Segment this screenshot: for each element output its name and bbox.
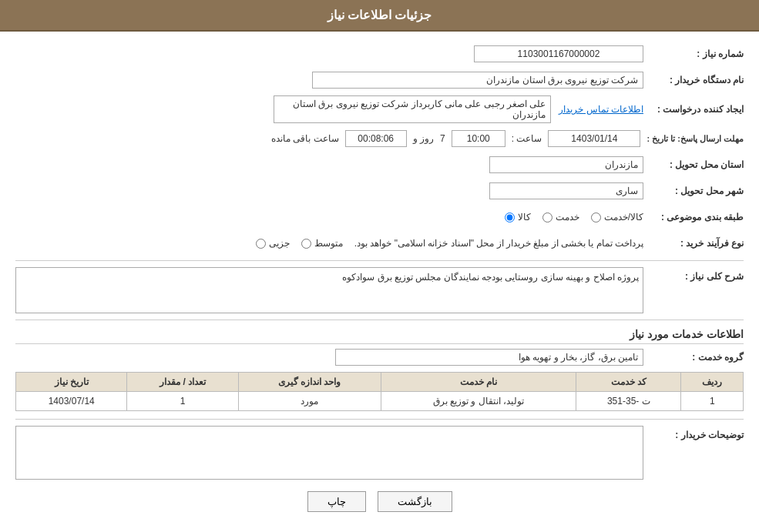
- page-header: جزئیات اطلاعات نیاز: [0, 0, 759, 32]
- sharh-label: شرح کلی نیاز :: [643, 267, 744, 282]
- cell-nam: تولید، انتقال و توزیع برق: [381, 392, 576, 411]
- tabaghe-row: طبقه بندی موضوعی : کالا/خدمت خدمت کالا: [15, 206, 744, 228]
- shomare-niaz-row: شماره نیاز : 1103001167000002: [15, 43, 744, 65]
- col-vahed: واحد اندازه گیری: [238, 373, 381, 392]
- sharh-row: شرح کلی نیاز : پروژه اصلاح و بهینه سازی …: [15, 267, 744, 313]
- col-tedad: تعداد / مقدار: [127, 373, 238, 392]
- khadamat-section-title: اطلاعات خدمات مورد نیاز: [15, 328, 744, 344]
- radio-kala[interactable]: کالا: [505, 212, 531, 223]
- nam-dastgah-value: شرکت توزیع نیروی برق استان مازندران: [312, 72, 643, 89]
- table-row: 1ت -35-351تولید، انتقال و توزیع برقمورد1…: [16, 392, 744, 411]
- saat-value: 10:00: [452, 130, 505, 147]
- ostan-value: مازندران: [489, 156, 643, 173]
- ejad-konande-row: ایجاد کننده درخواست : اطلاعات تماس خریدا…: [15, 95, 744, 123]
- tosih-label: توضیحات خریدار :: [643, 426, 744, 440]
- ejad-konande-label: ایجاد کننده درخواست :: [643, 104, 744, 115]
- sharh-value: پروژه اصلاح و بهینه سازی روستایی بودجه ن…: [15, 267, 643, 313]
- mohlet-ersal-row: مهلت ارسال پاسخ: تا تاریخ : 1403/01/14 س…: [15, 128, 744, 149]
- col-nam: نام خدمت: [381, 373, 576, 392]
- ejad-konande-link[interactable]: اطلاعات تماس خریدار: [559, 104, 643, 115]
- radio-jozei[interactable]: جزیی: [256, 238, 290, 249]
- baghimande-label: ساعت باقی مانده: [271, 133, 339, 144]
- shahr-row: شهر محل تحویل : ساری: [15, 180, 744, 202]
- mohlet-ersal-label: مهلت ارسال پاسخ: تا تاریخ :: [640, 134, 744, 144]
- saat-label: ساعت :: [512, 133, 542, 144]
- radio-motavaset[interactable]: متوسط: [301, 238, 343, 249]
- print-button[interactable]: چاپ: [307, 491, 366, 512]
- motavaset-label: متوسط: [314, 238, 343, 249]
- ostan-row: استان محل تحویل : مازندران: [15, 154, 744, 176]
- shomare-niaz-label: شماره نیاز :: [643, 49, 744, 59]
- radio-khadamat[interactable]: خدمت: [542, 212, 579, 223]
- cell-radif: 1: [681, 392, 744, 411]
- grouh-value: تامین برق، گاز، بخار و تهویه هوا: [335, 349, 643, 366]
- ejad-konande-value: علی اصغر رجبی علی مانی کاربرداز شرکت توز…: [274, 95, 551, 123]
- tosih-row: توضیحات خریدار :: [15, 426, 744, 480]
- nam-dastgah-row: نام دستگاه خریدار : شرکت توزیع نیروی برق…: [15, 69, 744, 91]
- col-tarikh: تاریخ نیاز: [16, 373, 127, 392]
- jozei-label: جزیی: [269, 238, 290, 249]
- grouh-row: گروه خدمت : تامین برق، گاز، بخار و تهویه…: [15, 349, 744, 366]
- kala-khadamat-label: کالا/خدمت: [604, 212, 643, 223]
- khadamat-label: خدمت: [556, 212, 579, 223]
- tarikh-value: 1403/01/14: [548, 130, 640, 147]
- back-button[interactable]: بازگشت: [378, 491, 452, 512]
- cell-vahed: مورد: [238, 392, 381, 411]
- ostan-label: استان محل تحویل :: [643, 159, 744, 170]
- noe-faravand-row: نوع فرآیند خرید : پرداخت تمام یا بخشی از…: [15, 233, 744, 254]
- tabaghe-label: طبقه بندی موضوعی :: [643, 212, 744, 223]
- page-title: جزئیات اطلاعات نیاز: [327, 8, 432, 22]
- col-kod: کد خدمت: [576, 373, 681, 392]
- shahr-value: ساری: [489, 182, 643, 199]
- rooz-value: 7: [440, 133, 445, 144]
- shahr-label: شهر محل تحویل :: [643, 186, 744, 196]
- baghimande-value: 00:08:06: [345, 130, 407, 147]
- nam-dastgah-label: نام دستگاه خریدار :: [643, 75, 744, 85]
- kala-label: کالا: [518, 212, 531, 223]
- cell-kod: ت -35-351: [576, 392, 681, 411]
- radio-kala-khadamat[interactable]: کالا/خدمت: [591, 212, 643, 223]
- shomare-niaz-value: 1103001167000002: [474, 45, 643, 62]
- bottom-buttons: بازگشت چاپ: [15, 491, 744, 527]
- noe-notice: پرداخت تمام یا بخشی از مبلغ خریدار از مح…: [354, 238, 643, 249]
- col-radif: ردیف: [681, 373, 744, 392]
- rooz-label: روز و: [413, 133, 434, 144]
- grouh-label: گروه خدمت :: [643, 352, 744, 363]
- services-table: ردیف کد خدمت نام خدمت واحد اندازه گیری ت…: [15, 372, 744, 411]
- tosih-textarea[interactable]: [15, 426, 643, 480]
- cell-tedad: 1: [127, 392, 238, 411]
- noe-faravand-label: نوع فرآیند خرید :: [643, 238, 744, 249]
- cell-tarikh: 1403/07/14: [16, 392, 127, 411]
